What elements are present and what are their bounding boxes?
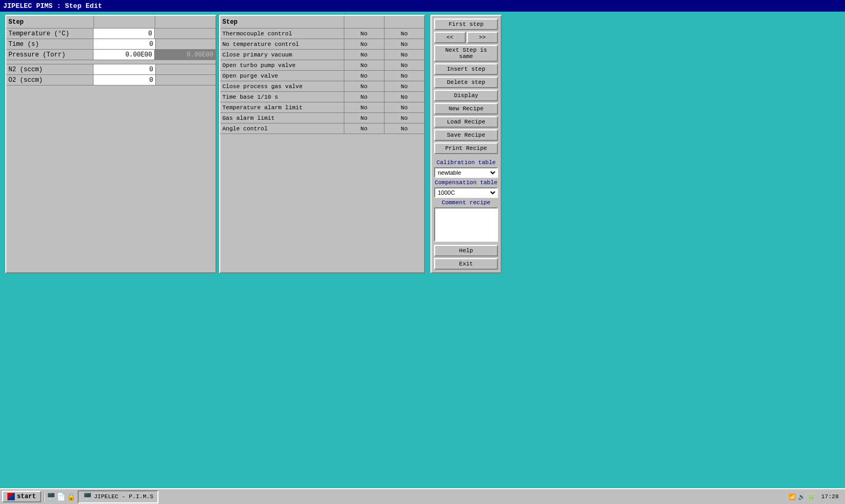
pressure-value1[interactable]: 0.00E00 xyxy=(93,50,155,60)
load-recipe-button[interactable]: Load Recipe xyxy=(434,116,498,128)
control-label: Thermocouple control xyxy=(220,28,344,39)
help-button[interactable]: Help xyxy=(434,245,498,256)
control-val1: No xyxy=(344,102,384,112)
o2-value1[interactable]: 0 xyxy=(93,75,156,85)
next-step-same-button[interactable]: Next Step is same xyxy=(434,45,498,62)
control-row: Angle controlNoNo xyxy=(220,123,424,134)
n2-value1[interactable]: 0 xyxy=(93,64,156,74)
control-val1: No xyxy=(344,81,384,91)
tray-icon-2: 📄 xyxy=(57,492,65,501)
control-label: Temperature alarm limit xyxy=(220,102,344,112)
control-label: Time base 1/10 s xyxy=(220,92,344,102)
tray-icon-1: 🖥️ xyxy=(46,492,55,501)
control-row: No temperature controlNoNo xyxy=(220,39,424,50)
control-val2: No xyxy=(384,92,424,102)
time-value2 xyxy=(156,39,215,49)
comment-recipe-label: Comment recipe xyxy=(434,199,498,206)
windows-flag-icon xyxy=(7,493,15,500)
control-val1: No xyxy=(344,39,384,49)
print-recipe-button[interactable]: Print Recipe xyxy=(434,142,498,154)
control-val1: No xyxy=(344,28,384,39)
start-button[interactable]: start xyxy=(2,491,41,502)
control-row: Time base 1/10 sNoNo xyxy=(220,92,424,102)
start-label: start xyxy=(17,493,36,500)
control-label: Angle control xyxy=(220,123,344,134)
o2-label: O2 (sccm) xyxy=(6,75,93,85)
time-label: Time (s) xyxy=(6,39,93,49)
temperature-value2 xyxy=(155,28,215,39)
control-val2: No xyxy=(384,39,424,49)
control-val2: No xyxy=(384,113,424,123)
left-panel-header: Step xyxy=(6,18,93,26)
tray-battery-icon: 🔋 xyxy=(808,493,815,500)
taskbar-app-icon: 🖥️ xyxy=(83,492,92,501)
control-val1: No xyxy=(344,71,384,81)
title-bar: JIPELEC PIMS : Step Edit xyxy=(0,0,845,12)
control-val2: No xyxy=(384,123,424,134)
control-row: Close primary vacuumNoNo xyxy=(220,50,424,60)
control-val1: No xyxy=(344,60,384,70)
pressure-value2: 0.00E00 xyxy=(155,50,215,60)
control-val2: No xyxy=(384,81,424,91)
control-label: Open purge valve xyxy=(220,71,344,81)
control-label: Gas alarm limit xyxy=(220,113,344,123)
temperature-value1[interactable]: 0 xyxy=(93,28,155,39)
control-val2: No xyxy=(384,60,424,70)
control-val1: No xyxy=(344,50,384,60)
control-val2: No xyxy=(384,71,424,81)
exit-button[interactable]: Exit xyxy=(434,258,498,270)
first-step-button[interactable]: First step xyxy=(434,18,498,30)
n2-label: N2 (sccm) xyxy=(6,64,93,74)
comment-recipe-textarea[interactable] xyxy=(434,207,498,242)
title-label: JIPELEC PIMS : Step Edit xyxy=(3,2,102,10)
temperature-label: Temperature (°C) xyxy=(6,28,93,39)
control-val1: No xyxy=(344,92,384,102)
nav-row: << >> xyxy=(434,32,498,43)
control-val2: No xyxy=(384,102,424,112)
tray-network-icon: 📶 xyxy=(788,493,796,500)
control-val1: No xyxy=(344,113,384,123)
control-label: Close primary vacuum xyxy=(220,50,344,60)
system-tray: 📶 🔊 🔋 17:28 xyxy=(788,493,843,500)
control-row: Open turbo pump valveNoNo xyxy=(220,60,424,71)
tray-sound-icon: 🔊 xyxy=(798,493,805,500)
control-row: Temperature alarm limitNoNo xyxy=(220,102,424,113)
control-val1: No xyxy=(344,123,384,134)
middle-panel-header: Step xyxy=(220,18,344,26)
control-row: Gas alarm limitNoNo xyxy=(220,113,424,123)
control-val2: No xyxy=(384,50,424,60)
nav-next-button[interactable]: >> xyxy=(467,32,499,43)
control-row: Close process gas valveNoNo xyxy=(220,81,424,92)
save-recipe-button[interactable]: Save Recipe xyxy=(434,129,498,141)
taskbar-jipelec-item[interactable]: 🖥️ JIPELEC - P.I.M.S xyxy=(78,490,158,503)
o2-value2 xyxy=(156,75,215,85)
control-label: Open turbo pump valve xyxy=(220,60,344,70)
clock-display: 17:28 xyxy=(817,493,843,500)
taskbar-tray-icons: 🖥️ 📄 🔒 xyxy=(46,492,76,501)
calibration-table-select[interactable]: newtable xyxy=(434,167,498,178)
compensation-table-select[interactable]: 1000C xyxy=(434,187,498,198)
control-row: Thermocouple controlNoNo xyxy=(220,28,424,39)
delete-step-button[interactable]: Delete step xyxy=(434,77,498,88)
calibration-table-label: Calibration table xyxy=(434,159,498,166)
display-button[interactable]: Display xyxy=(434,90,498,101)
controls-list: Thermocouple controlNoNoNo temperature c… xyxy=(220,28,424,134)
tray-icon-3: 🔒 xyxy=(67,492,76,501)
control-row: Open purge valveNoNo xyxy=(220,71,424,81)
taskbar-app-label: JIPELEC - P.I.M.S xyxy=(94,493,153,500)
new-recipe-button[interactable]: New Recipe xyxy=(434,103,498,115)
nav-prev-button[interactable]: << xyxy=(434,32,466,43)
control-label: Close process gas valve xyxy=(220,81,344,91)
control-val2: No xyxy=(384,28,424,39)
compensation-table-label: Compensation table xyxy=(434,179,498,186)
insert-step-button[interactable]: Insert step xyxy=(434,63,498,75)
pressure-label: Pressure (Torr) xyxy=(6,50,93,60)
n2-value2 xyxy=(156,64,215,74)
control-label: No temperature control xyxy=(220,39,344,49)
taskbar: start 🖥️ 📄 🔒 🖥️ JIPELEC - P.I.M.S 📶 🔊 🔋 … xyxy=(0,488,845,504)
time-value1[interactable]: 0 xyxy=(93,39,156,49)
